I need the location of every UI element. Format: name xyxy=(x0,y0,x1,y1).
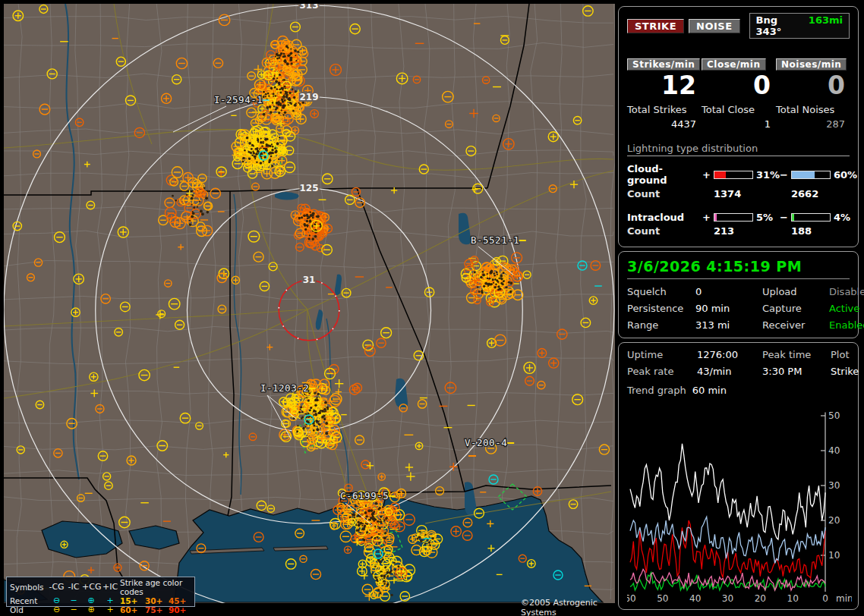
peak-rate-label: Peak rate xyxy=(627,366,697,377)
svg-text:20: 20 xyxy=(755,593,766,604)
svg-text:313: 313 xyxy=(299,4,318,11)
status-panel: 3/6/2026 4:15:19 PM Squelch 0 Upload Dis… xyxy=(618,251,859,338)
total-noises-label: Total Noises xyxy=(776,104,850,115)
range-value: 313 mi xyxy=(695,319,762,331)
ic-positive-pct: 5% xyxy=(756,212,773,223)
cg-positive-bar xyxy=(714,171,753,179)
legend-old-label: Old xyxy=(10,605,48,614)
receiver-status: Enabled xyxy=(829,319,864,331)
bearing-distance: 163mi xyxy=(809,14,843,37)
ic-negative-bar xyxy=(791,213,831,222)
close-column: Close/min 0 Total Close 1 xyxy=(702,58,775,130)
svg-text:219: 219 xyxy=(299,92,318,102)
svg-text:20: 20 xyxy=(828,515,840,526)
svg-text:30: 30 xyxy=(722,593,733,604)
cg-count-label: Count xyxy=(627,188,702,200)
cg-pos-old-icon: ⊕ xyxy=(82,605,100,614)
close-per-min-value: 0 xyxy=(702,72,775,99)
total-noises-value: 287 xyxy=(776,118,850,130)
age-75: 75+ xyxy=(145,605,169,614)
legend-old-row: Old ⊖ − ⊕ + 60+ 75+ 90+ xyxy=(10,605,191,614)
legend-col-ic-pos: +IC xyxy=(100,583,120,592)
ic-negative-stat: − 4% xyxy=(780,212,857,223)
svg-text:50: 50 xyxy=(657,593,668,604)
svg-text:min: min xyxy=(836,593,852,604)
map-legend: Symbols -CG -IC +CG +IC Strike age color… xyxy=(6,577,195,607)
upload-label: Upload xyxy=(762,286,829,297)
plus-sign: + xyxy=(702,169,711,181)
age-15: 15+ xyxy=(120,596,145,605)
svg-text:125: 125 xyxy=(299,183,318,193)
total-strikes-label: Total Strikes xyxy=(627,104,701,115)
legend-col-cg-pos: +CG xyxy=(82,583,100,592)
noises-column: Noises/min 0 Total Noises 287 xyxy=(776,58,850,130)
svg-text:60: 60 xyxy=(627,593,636,604)
map-canvas[interactable]: 31321912531I-2594-1B-5521-1I-1203-2V-200… xyxy=(4,4,615,603)
receiver-label: Receiver xyxy=(762,319,829,331)
total-close-label: Total Close xyxy=(702,104,775,115)
ic-negative-count: 188 xyxy=(780,225,857,237)
legend-symbols-label: Symbols xyxy=(10,583,48,592)
datetime-display: 3/6/2026 4:15:19 PM xyxy=(627,258,850,275)
legend-recent-row: Recent ⊖ − ⊕ + 15+ 30+ 45+ xyxy=(10,596,191,605)
trend-graph: 50403020106050403020100min xyxy=(627,408,852,607)
plot-mode-value: Strike xyxy=(831,366,859,377)
capture-label: Capture xyxy=(762,303,829,314)
cg-negative-count: 2662 xyxy=(780,188,857,200)
cg-negative-bar xyxy=(791,171,831,179)
stats-panel: STRIKE NOISE Bng 343° 163mi Strikes/min … xyxy=(618,6,859,247)
copyright-text: ©2005 Astrogenic Systems xyxy=(521,598,616,616)
ic-neg-old-icon: − xyxy=(65,605,82,614)
ic-count-label: Count xyxy=(627,225,702,237)
peak-rate-value: 43/min xyxy=(697,366,762,377)
svg-text:40: 40 xyxy=(689,593,701,604)
legend-col-ic-neg: -IC xyxy=(65,583,82,592)
ic-positive-stat: + 5% xyxy=(702,212,780,223)
ic-positive-count: 213 xyxy=(702,225,780,237)
age-60: 60+ xyxy=(120,605,145,614)
strike-toggle-button[interactable]: STRIKE xyxy=(627,19,684,33)
svg-text:30: 30 xyxy=(828,480,840,491)
svg-text:50: 50 xyxy=(828,410,840,421)
age-45: 45+ xyxy=(169,596,192,605)
strikes-per-min-button[interactable]: Strikes/min xyxy=(627,58,700,71)
persistence-label: Persistence xyxy=(627,303,695,314)
trend-panel: Uptime 1276:00 Peak time Plot Peak rate … xyxy=(618,342,859,610)
bearing-label: Bng 343° xyxy=(756,14,799,37)
svg-text:0: 0 xyxy=(822,593,828,604)
persistence-value: 90 min xyxy=(695,303,762,314)
age-30: 30+ xyxy=(145,596,169,605)
legend-age-title: Strike age color codes xyxy=(120,578,192,596)
total-strikes-value: 4437 xyxy=(627,118,701,130)
svg-text:10: 10 xyxy=(787,593,799,604)
svg-text:40: 40 xyxy=(828,445,840,456)
squelch-label: Squelch xyxy=(627,286,695,297)
ic-pos-old-icon: + xyxy=(100,605,120,614)
ic-negative-pct: 4% xyxy=(834,212,850,223)
legend-col-cg-neg: -CG xyxy=(48,583,65,592)
range-label: Range xyxy=(627,319,695,331)
svg-text:I-1203-2: I-1203-2 xyxy=(260,382,309,394)
trend-graph-label: Trend graph xyxy=(627,385,686,396)
noise-toggle-button[interactable]: NOISE xyxy=(689,19,740,33)
lightning-map[interactable]: 31321912531I-2594-1B-5521-1I-1203-2V-200… xyxy=(0,0,616,603)
minus-sign: − xyxy=(780,169,788,181)
strikes-column: Strikes/min 12 Total Strikes 4437 xyxy=(627,58,701,130)
legend-recent-label: Recent xyxy=(10,596,48,605)
distribution-title: Lightning type distribution xyxy=(627,143,850,156)
strikes-per-min-value: 12 xyxy=(627,72,701,99)
cg-positive-stat: + 31% xyxy=(702,169,780,181)
svg-text:I-2594-1: I-2594-1 xyxy=(214,94,263,105)
trend-window-value: 60 min xyxy=(692,385,727,396)
cg-positive-count: 1374 xyxy=(702,188,780,200)
svg-text:B-5521-1: B-5521-1 xyxy=(471,234,519,246)
peak-time-label: Peak time xyxy=(762,349,831,360)
minus-sign: − xyxy=(780,212,788,223)
cg-negative-stat: − 60% xyxy=(780,169,857,181)
close-per-min-button[interactable]: Close/min xyxy=(702,58,766,71)
svg-text:31: 31 xyxy=(303,275,316,285)
intracloud-label: Intracloud xyxy=(627,212,702,223)
uptime-label: Uptime xyxy=(627,349,697,360)
noises-per-min-button[interactable]: Noises/min xyxy=(776,58,847,71)
peak-time-value: 3:30 PM xyxy=(762,366,831,377)
